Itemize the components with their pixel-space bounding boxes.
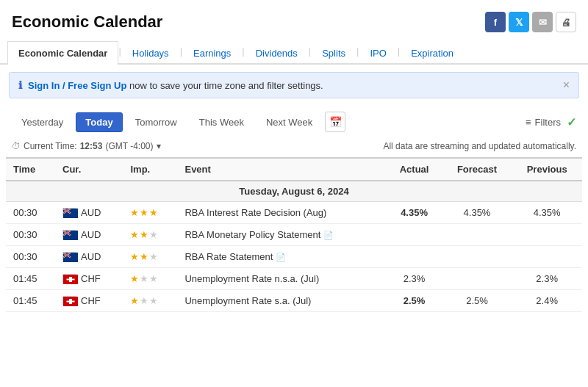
star-1: ★: [130, 273, 139, 284]
svg-rect-20: [67, 279, 75, 281]
cell-currency-2: AUD: [55, 246, 123, 268]
cell-forecast-0: 4.35%: [442, 202, 512, 224]
filter-lines-icon: ≡: [526, 117, 531, 128]
timezone-label: (GMT -4:00): [105, 141, 153, 151]
table-row: 00:30 AUD ★ ★ ★: [6, 224, 582, 246]
cell-time-2: 00:30: [6, 246, 55, 268]
currency-label-0: AUD: [81, 207, 101, 218]
yesterday-button[interactable]: Yesterday: [12, 112, 73, 132]
cell-forecast-3: [442, 268, 512, 290]
tab-economic-calendar[interactable]: Economic Calendar: [7, 41, 118, 65]
table-row: 00:30 AUD ★ ★ ★: [6, 246, 582, 268]
cell-forecast-4: 2.5%: [442, 290, 512, 312]
cell-actual-1: [386, 224, 442, 246]
cell-currency-1: AUD: [55, 224, 123, 246]
cell-event-1[interactable]: RBA Monetary Policy Statement 📄: [177, 224, 386, 246]
currency-label-1: AUD: [81, 229, 101, 240]
cell-impact-2: ★ ★ ★: [123, 246, 177, 268]
star-1: ★: [130, 207, 139, 218]
star-2: ★: [140, 251, 148, 262]
col-event: Event: [177, 158, 386, 181]
star-2: ★: [140, 207, 148, 218]
this-week-button[interactable]: This Week: [190, 112, 254, 132]
flag-ch-3: [62, 274, 77, 283]
cell-event-4[interactable]: Unemployment Rate s.a. (Jul): [177, 290, 386, 312]
cell-actual-4: 2.5%: [386, 290, 442, 312]
clock-icon: ⏱: [12, 141, 21, 151]
filter-bar: Yesterday Today Tomorrow This Week Next …: [0, 106, 588, 138]
twitter-icon[interactable]: 𝕏: [509, 12, 529, 32]
cell-forecast-1: [442, 224, 512, 246]
cell-previous-1: [512, 224, 582, 246]
col-impact: Imp.: [123, 158, 177, 181]
print-icon[interactable]: 🖨: [556, 12, 576, 32]
header-icons: f 𝕏 ✉ 🖨: [485, 12, 576, 32]
star-3: ★: [149, 273, 158, 284]
tab-dividends[interactable]: Dividends: [245, 41, 309, 65]
flag-au-0: [62, 208, 77, 217]
cell-time-3: 01:45: [6, 268, 55, 290]
cell-actual-2: [386, 246, 442, 268]
next-week-button[interactable]: Next Week: [257, 112, 322, 132]
star-3: ★: [149, 251, 158, 262]
cell-previous-4: 2.4%: [512, 290, 582, 312]
cell-event-3[interactable]: Unemployment Rate n.s.a. (Jul): [177, 268, 386, 290]
date-nav: Yesterday Today Tomorrow This Week Next …: [12, 112, 345, 132]
tomorrow-button[interactable]: Tomorrow: [126, 112, 187, 132]
svg-rect-23: [67, 301, 75, 303]
tab-expiration[interactable]: Expiration: [400, 41, 465, 65]
star-3: ★: [149, 229, 158, 240]
cell-event-2[interactable]: RBA Rate Statement 📄: [177, 246, 386, 268]
economic-calendar-table: Time Cur. Imp. Event Actual Forecast Pre…: [6, 157, 582, 312]
tab-holidays[interactable]: Holidays: [121, 41, 180, 65]
table-body: Tuesday, August 6, 2024 00:30 AUD ★: [6, 181, 582, 312]
economic-calendar-table-wrap: Time Cur. Imp. Event Actual Forecast Pre…: [0, 157, 588, 312]
filter-right: ≡ Filters ✓: [526, 115, 576, 129]
current-time-value: 12:53: [80, 141, 103, 151]
cell-actual-3: 2.3%: [386, 268, 442, 290]
cell-impact-3: ★ ★ ★: [123, 268, 177, 290]
star-2: ★: [140, 229, 148, 240]
day-header-label: Tuesday, August 6, 2024: [6, 181, 582, 202]
today-button[interactable]: Today: [76, 112, 122, 132]
info-text: Sign In / Free Sign Up now to save your …: [28, 80, 323, 91]
cell-event-0[interactable]: RBA Interest Rate Decision (Aug): [177, 202, 386, 224]
info-bar: ℹ Sign In / Free Sign Up now to save you…: [9, 72, 579, 98]
signin-link[interactable]: Sign In / Free Sign Up: [28, 80, 126, 91]
doc-icon-1[interactable]: 📄: [323, 231, 334, 239]
cell-time-1: 00:30: [6, 224, 55, 246]
cell-impact-1: ★ ★ ★: [123, 224, 177, 246]
col-time: Time: [6, 158, 55, 181]
facebook-icon[interactable]: f: [485, 12, 506, 32]
filters-label: Filters: [535, 117, 561, 128]
tab-earnings[interactable]: Earnings: [182, 41, 242, 65]
star-1: ★: [130, 229, 139, 240]
col-actual: Actual: [386, 158, 442, 181]
cell-impact-4: ★ ★ ★: [123, 290, 177, 312]
mail-icon[interactable]: ✉: [532, 12, 553, 32]
tab-bar: Economic Calendar | Holidays | Earnings …: [0, 40, 588, 65]
info-close-button[interactable]: ×: [563, 79, 570, 92]
cell-previous-2: [512, 246, 582, 268]
tab-ipo[interactable]: IPO: [359, 41, 397, 65]
current-time-prefix: Current Time:: [24, 141, 77, 151]
star-3: ★: [149, 207, 158, 218]
col-previous: Previous: [512, 158, 582, 181]
currency-label-3: CHF: [81, 273, 101, 284]
flag-au-2: [62, 252, 77, 261]
header: Economic Calendar f 𝕏 ✉ 🖨: [0, 0, 588, 40]
star-3: ★: [149, 295, 158, 306]
currency-label-4: CHF: [81, 295, 101, 306]
cell-currency-0: AUD: [55, 202, 123, 224]
col-currency: Cur.: [55, 158, 123, 181]
timezone-dropdown[interactable]: ▾: [157, 141, 161, 151]
table-header: Time Cur. Imp. Event Actual Forecast Pre…: [6, 158, 582, 181]
tab-splits[interactable]: Splits: [311, 41, 356, 65]
flag-au-1: [62, 230, 77, 239]
filters-button[interactable]: ≡ Filters: [526, 117, 561, 128]
page-title: Economic Calendar: [12, 12, 162, 32]
star-2: ★: [140, 273, 148, 284]
apply-check-icon[interactable]: ✓: [567, 115, 576, 129]
calendar-icon[interactable]: 📅: [325, 112, 345, 132]
doc-icon-2[interactable]: 📄: [276, 253, 286, 261]
